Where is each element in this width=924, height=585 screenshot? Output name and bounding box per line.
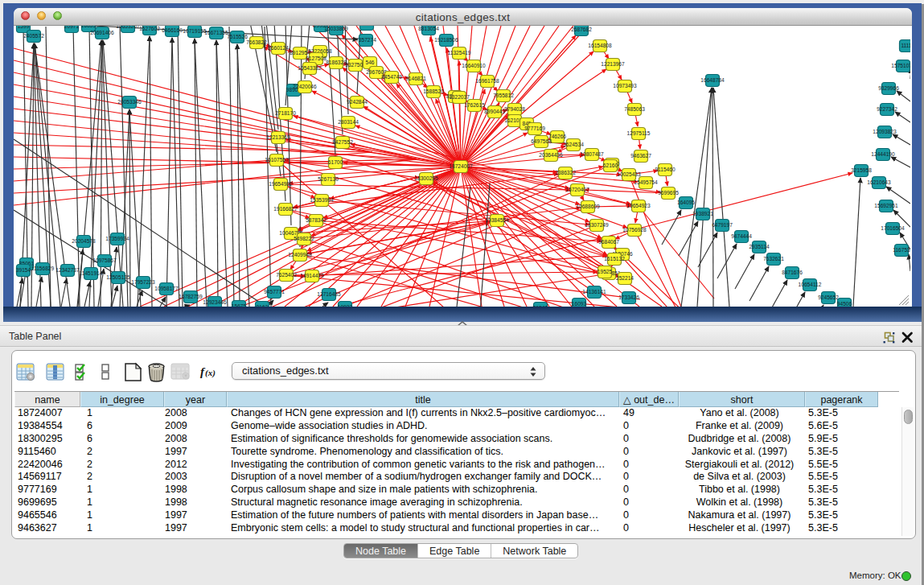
svg-text:12444190: 12444190 <box>871 151 895 157</box>
svg-text:9794028: 9794028 <box>504 106 525 112</box>
svg-text:2687682: 2687682 <box>571 27 592 32</box>
svg-text:16033809: 16033809 <box>324 26 348 31</box>
svg-text:6466160: 6466160 <box>162 27 183 33</box>
svg-text:6479197: 6479197 <box>712 222 733 228</box>
svg-text:16961758: 16961758 <box>475 78 499 84</box>
svg-text:12975115: 12975115 <box>627 130 651 136</box>
svg-text:10975867: 10975867 <box>92 257 117 263</box>
svg-text:10653267: 10653267 <box>116 26 140 29</box>
svg-text:9146821: 9146821 <box>405 76 426 81</box>
svg-text:20971: 20971 <box>64 26 80 29</box>
svg-text:10923: 10923 <box>338 304 353 307</box>
svg-text:1762615: 1762615 <box>464 102 485 108</box>
svg-text:1615132: 1615132 <box>604 256 625 262</box>
svg-text:15751074: 15751074 <box>891 63 910 68</box>
svg-text:1322037: 1322037 <box>449 94 470 100</box>
svg-text:2803144: 2803144 <box>338 119 359 125</box>
svg-text:1527602: 1527602 <box>139 26 160 31</box>
svg-text:9457771: 9457771 <box>264 289 285 295</box>
svg-text:17359934: 17359934 <box>105 236 129 241</box>
svg-text:2935114: 2935114 <box>749 244 770 249</box>
svg-text:(x): (x) <box>205 368 216 378</box>
svg-text:1599: 1599 <box>18 26 30 29</box>
svg-text:2718170: 2718170 <box>275 110 296 116</box>
svg-text:7632621: 7632621 <box>763 256 784 262</box>
svg-text:22420046: 22420046 <box>293 84 317 89</box>
svg-text:9162: 9162 <box>257 304 269 307</box>
svg-text:12505135: 12505135 <box>106 274 130 280</box>
svg-text:16154808: 16154808 <box>588 43 612 48</box>
svg-text:12213369: 12213369 <box>266 134 290 140</box>
svg-text:8813054: 8813054 <box>418 26 439 31</box>
svg-text:9242844: 9242844 <box>347 99 368 105</box>
svg-text:8990443: 8990443 <box>484 109 505 114</box>
svg-text:14914479: 14914479 <box>300 273 324 278</box>
svg-text:16853: 16853 <box>81 26 97 28</box>
svg-text:9127508: 9127508 <box>306 56 326 61</box>
svg-text:15495754: 15495754 <box>634 179 658 185</box>
svg-text:1111: 1111 <box>901 43 910 48</box>
svg-text:2405572: 2405572 <box>23 33 44 39</box>
svg-text:9474444: 9474444 <box>731 233 752 239</box>
svg-text:9227342: 9227342 <box>877 106 897 112</box>
svg-text:19384554: 19384554 <box>485 217 509 223</box>
svg-text:94506: 94506 <box>837 301 852 307</box>
svg-text:13716485: 13716485 <box>317 291 341 297</box>
svg-text:546: 546 <box>365 60 374 65</box>
svg-text:252214: 252214 <box>616 275 634 281</box>
svg-text:16782759: 16782759 <box>179 294 203 299</box>
svg-text:16671355: 16671355 <box>204 30 228 35</box>
svg-text:16640910: 16640910 <box>462 63 486 68</box>
svg-text:11156829: 11156829 <box>31 266 55 271</box>
svg-text:5267130: 5267130 <box>318 176 339 182</box>
svg-text:10654112: 10654112 <box>799 282 822 287</box>
svg-text:61700: 61700 <box>328 159 343 165</box>
svg-text:164095: 164095 <box>677 200 695 205</box>
svg-text:8454749: 8454749 <box>381 74 402 80</box>
svg-text:3215958: 3215958 <box>851 167 872 173</box>
svg-text:1733426: 1733426 <box>618 295 639 300</box>
svg-text:1588520: 1588520 <box>423 89 444 94</box>
svg-text:12409948: 12409948 <box>288 252 312 257</box>
svg-text:10973493: 10973493 <box>613 83 637 89</box>
svg-text:15692951: 15692951 <box>874 203 898 208</box>
svg-text:20691406: 20691406 <box>90 30 114 35</box>
svg-text:7515526: 7515526 <box>227 34 248 39</box>
svg-text:18300295: 18300295 <box>414 175 438 181</box>
svg-text:9463627: 9463627 <box>630 153 651 159</box>
svg-text:10719155: 10719155 <box>183 28 207 34</box>
svg-text:8427552: 8427552 <box>332 139 353 145</box>
svg-text:10756928: 10756928 <box>622 227 647 233</box>
svg-text:19525: 19525 <box>598 269 613 274</box>
svg-text:12213967: 12213967 <box>601 61 625 67</box>
svg-text:20364436: 20364436 <box>539 152 563 158</box>
svg-text:7625402: 7625402 <box>276 272 297 278</box>
svg-text:11325419: 11325419 <box>448 50 471 56</box>
svg-text:10958177: 10958177 <box>154 286 179 291</box>
svg-text:10543382: 10543382 <box>298 65 322 71</box>
svg-text:16720407: 16720407 <box>565 187 589 192</box>
svg-text:39154: 39154 <box>16 267 31 273</box>
svg-text:1938921: 1938921 <box>692 211 713 216</box>
svg-text:17016504: 17016504 <box>881 225 905 231</box>
svg-text:16648784: 16648784 <box>700 77 725 83</box>
svg-text:9684067: 9684067 <box>598 239 619 245</box>
svg-text:7663822: 7663822 <box>246 39 267 45</box>
svg-text:8471676: 8471676 <box>782 270 803 275</box>
svg-text:10688609: 10688609 <box>576 204 600 209</box>
svg-text:12342737: 12342737 <box>55 267 80 273</box>
svg-text:15353994: 15353994 <box>310 197 334 203</box>
svg-text:19654982: 19654982 <box>269 181 293 187</box>
svg-text:15675: 15675 <box>232 303 247 307</box>
svg-text:19218506: 19218506 <box>434 37 458 43</box>
svg-text:20053346: 20053346 <box>117 99 142 105</box>
svg-text:16210643: 16210643 <box>867 179 891 185</box>
svg-text:12093823: 12093823 <box>873 129 897 134</box>
svg-text:116753: 116753 <box>893 247 910 253</box>
svg-text:7955812: 7955812 <box>493 93 514 98</box>
svg-text:20204578: 20204578 <box>72 238 96 244</box>
svg-text:7357274: 7357274 <box>355 37 376 43</box>
svg-text:2386322: 2386322 <box>555 170 576 175</box>
svg-text:9777169: 9777169 <box>524 126 545 131</box>
svg-text:8912954: 8912954 <box>290 50 310 56</box>
